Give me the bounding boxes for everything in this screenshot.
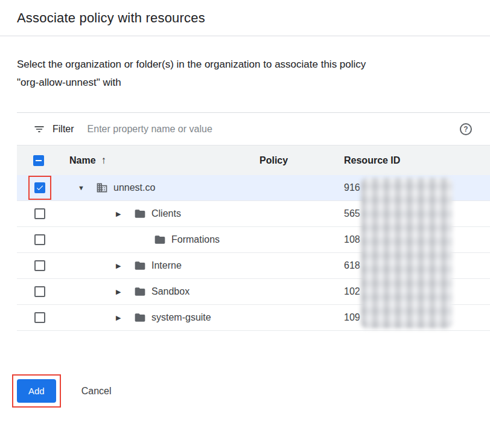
checkbox-cell	[17, 175, 69, 200]
associate-policy-dialog: Associate policy with resources Select t…	[0, 0, 490, 408]
folder-icon	[134, 208, 146, 220]
help-icon[interactable]: ?	[460, 123, 472, 135]
checkbox-cell	[17, 279, 69, 304]
column-header-policy[interactable]: Policy	[259, 155, 344, 166]
expand-arrow-icon[interactable]: ▶	[116, 314, 134, 322]
dialog-description: Select the organization or folder(s) in …	[17, 56, 473, 92]
resource-id-prefix: 618	[344, 260, 490, 271]
name-cell: ▶ Sandbox	[69, 279, 259, 304]
checkbox-annotation-area	[28, 228, 51, 252]
add-button-annotation: Add	[12, 374, 61, 408]
dialog-header: Associate policy with resources	[0, 0, 490, 36]
resource-name: Clients	[151, 208, 181, 219]
filter-icon	[33, 123, 45, 135]
row-checkbox[interactable]	[34, 182, 45, 193]
sort-ascending-icon[interactable]: ↑	[101, 155, 107, 167]
table-row[interactable]: ▶ Sandbox 102	[17, 279, 490, 305]
organization-icon	[96, 182, 108, 194]
resource-name: Formations	[171, 234, 220, 245]
table-row[interactable]: ▶ Interne 618	[17, 253, 490, 279]
name-cell: ▶ Interne	[69, 253, 259, 278]
column-header-resource-id[interactable]: Resource ID	[344, 155, 490, 166]
row-checkbox[interactable]	[34, 208, 45, 219]
description-line-2: "org-allow-unnest" with	[17, 77, 121, 88]
checkbox-annotation-area	[28, 202, 51, 226]
name-cell: ▶ system-gsuite	[69, 305, 259, 330]
folder-icon	[134, 312, 146, 324]
row-checkbox[interactable]	[34, 286, 45, 297]
filter-bar: Filter ?	[17, 112, 490, 145]
description-line-1: Select the organization or folder(s) in …	[17, 59, 366, 70]
table-row[interactable]: ▶ Clients 565	[17, 201, 490, 227]
resource-name: unnest.co	[113, 182, 155, 193]
resource-id-prefix: 109	[344, 312, 490, 323]
expand-arrow-icon[interactable]: ▶	[116, 288, 134, 296]
row-checkbox[interactable]	[34, 312, 45, 323]
expand-arrow-icon[interactable]: ▶	[116, 210, 134, 218]
dialog-actions: Add Cancel	[0, 374, 490, 408]
resource-id-prefix: 916	[344, 182, 490, 193]
name-cell: ▼ unnest.co	[69, 175, 259, 200]
row-checkbox[interactable]	[34, 260, 45, 271]
checkbox-annotation-area	[28, 280, 51, 304]
select-all-checkbox[interactable]	[33, 155, 44, 166]
name-cell: Formations	[69, 227, 259, 252]
page-title: Associate policy with resources	[17, 10, 205, 26]
name-cell: ▶ Clients	[69, 201, 259, 226]
folder-icon	[134, 286, 146, 298]
checkbox-cell	[17, 305, 69, 330]
add-button[interactable]: Add	[17, 379, 56, 403]
checkbox-cell	[17, 201, 69, 226]
checkbox-annotation-area	[28, 254, 51, 278]
checkbox-annotation-area	[28, 306, 51, 330]
resource-id-prefix: 102	[344, 286, 490, 297]
checkbox-cell	[17, 227, 69, 252]
folder-icon	[154, 234, 166, 246]
resource-table: Filter ? Name ↑ Policy Resource ID ▼ unn	[17, 112, 490, 331]
resource-name: Sandbox	[151, 286, 189, 297]
table-body: ▼ unnest.co 916 ▶ Clients 565	[17, 175, 490, 331]
checkbox-cell	[17, 253, 69, 278]
table-row[interactable]: Formations 108	[17, 227, 490, 253]
table-row[interactable]: ▶ system-gsuite 109	[17, 305, 490, 331]
cancel-button[interactable]: Cancel	[81, 386, 112, 397]
resource-id-prefix: 108	[344, 234, 490, 245]
column-header-name[interactable]: Name ↑	[69, 155, 259, 167]
checkbox-annotation-area	[28, 176, 51, 200]
filter-label: Filter	[52, 124, 74, 135]
expand-arrow-icon[interactable]: ▼	[78, 184, 96, 191]
name-column-label: Name	[69, 155, 96, 166]
resource-id-prefix: 565	[344, 208, 490, 219]
row-checkbox[interactable]	[34, 234, 45, 245]
table-header: Name ↑ Policy Resource ID	[17, 145, 490, 175]
resource-name: Interne	[151, 260, 182, 271]
folder-icon	[134, 260, 146, 272]
filter-input[interactable]	[88, 124, 460, 135]
resource-name: system-gsuite	[151, 312, 211, 323]
expand-arrow-icon[interactable]: ▶	[116, 262, 134, 270]
table-row[interactable]: ▼ unnest.co 916	[17, 175, 490, 201]
select-all-cell	[17, 146, 69, 175]
